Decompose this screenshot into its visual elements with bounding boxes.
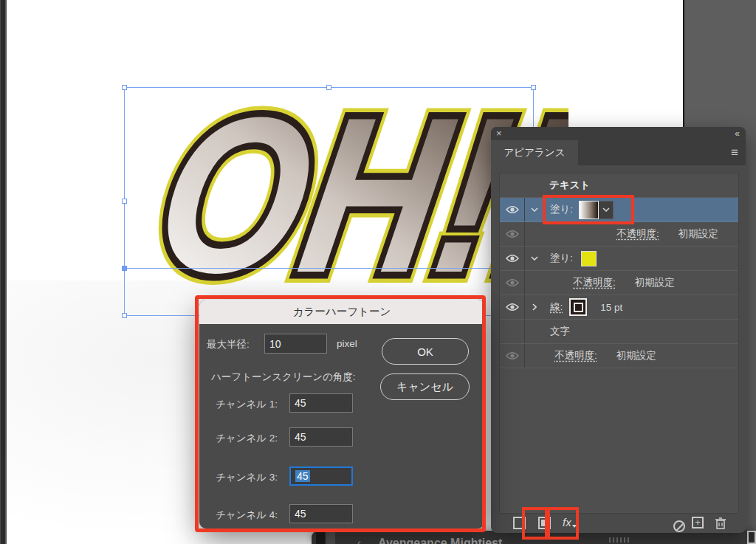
opacity-label[interactable]: 不透明度:: [573, 276, 616, 289]
eye-cell-empty: [500, 320, 524, 343]
cancel-button[interactable]: キャンセル: [380, 373, 470, 400]
channel-3-label: チャンネル 3:: [216, 471, 278, 484]
channel-2-label: チャンネル 2:: [216, 432, 278, 445]
selection-handle-bottom-left[interactable]: [122, 313, 127, 318]
visibility-eye-icon[interactable]: [500, 247, 524, 270]
left-dock-edge: [0, 0, 7, 544]
add-new-stroke-icon[interactable]: [513, 517, 526, 529]
channel-4-label: チャンネル 4:: [216, 509, 278, 522]
back-chevron-icon[interactable]: ‹: [357, 533, 361, 544]
swatch-dropdown-chevron-icon[interactable]: [599, 201, 614, 219]
appearance-list: テキスト 塗り:: [499, 173, 739, 514]
panel-drag-bar[interactable]: × «: [491, 127, 746, 140]
panel-bottom-bar: fx +: [499, 514, 739, 533]
panel-corner-fragment: [747, 531, 756, 544]
channel-2-input[interactable]: 45: [289, 427, 353, 447]
duplicate-item-icon[interactable]: +: [692, 517, 704, 528]
dialog-title-bar[interactable]: カラーハーフトーン: [199, 300, 484, 324]
font-bar-fragment-dark: [316, 532, 325, 544]
visibility-eye-icon[interactable]: [500, 198, 524, 221]
clear-appearance-icon[interactable]: [673, 520, 685, 532]
yellow-fill-swatch[interactable]: [581, 251, 597, 266]
ok-button[interactable]: OK: [382, 338, 469, 365]
characters-label[interactable]: 文字: [550, 325, 570, 338]
visibility-eye-icon-dim[interactable]: [500, 271, 524, 295]
close-icon[interactable]: ×: [496, 128, 502, 140]
appearance-row-fill-gradient[interactable]: 塗り:: [500, 198, 738, 222]
visibility-eye-icon-dim[interactable]: [500, 344, 524, 368]
screen-angles-heading: ハーフトーンスクリーンの角度:: [211, 371, 356, 384]
appearance-row-fill-yellow[interactable]: 塗り:: [500, 247, 738, 271]
channel-1-input[interactable]: 45: [289, 393, 353, 413]
stroke-label[interactable]: 線:: [550, 300, 563, 314]
max-radius-label: 最大半径:: [207, 338, 250, 351]
row-label: テキスト: [549, 179, 590, 192]
selection-handle-mid-left[interactable]: [122, 199, 127, 204]
appearance-panel: × « アピアランス ≡ テキスト: [491, 127, 746, 533]
chevron-down-icon[interactable]: [529, 256, 540, 261]
dialog-title: カラーハーフトーン: [293, 305, 391, 319]
tab-appearance-label: アピアランス: [504, 146, 566, 159]
selection-handle-top-right[interactable]: [531, 85, 536, 90]
stroke-weight-value: 15 pt: [600, 302, 622, 313]
chevron-right-icon[interactable]: [529, 303, 540, 311]
chevron-down-icon[interactable]: [529, 207, 540, 212]
max-radius-input[interactable]: 10: [264, 334, 327, 354]
font-bar-fragment-light: [326, 532, 335, 544]
opacity-value: 初期設定: [678, 227, 718, 241]
black-stroke-swatch[interactable]: [569, 298, 587, 316]
add-new-fill-icon[interactable]: [538, 517, 551, 529]
opacity-label[interactable]: 不透明度:: [616, 227, 659, 241]
gradient-fill-swatch[interactable]: [579, 201, 599, 219]
panel-menu-icon[interactable]: ≡: [731, 145, 738, 160]
pixel-unit-label: pixel: [337, 338, 357, 349]
panel-tab-row: アピアランス ≡: [491, 140, 746, 165]
delete-item-trash-icon[interactable]: [715, 517, 726, 532]
color-halftone-dialog: カラーハーフトーン 最大半径: 10 pixel OK ハーフトーンスクリーンの…: [199, 300, 484, 528]
selection-handle-top-center[interactable]: [326, 85, 331, 90]
appearance-row-characters[interactable]: 文字: [500, 320, 738, 344]
illustrator-workspace: OH!! OH!! // duplicate bound text into y…: [0, 0, 756, 544]
appearance-row-opacity[interactable]: 不透明度: 初期設定: [500, 271, 738, 295]
opacity-label[interactable]: 不透明度:: [554, 349, 597, 362]
text-baseline-indicator: [124, 268, 534, 269]
appearance-row-opacity[interactable]: 不透明度: 初期設定: [500, 222, 738, 247]
add-effect-fx-icon[interactable]: fx: [563, 516, 571, 528]
collapse-panel-icon[interactable]: «: [735, 128, 739, 140]
appearance-row-opacity[interactable]: 不透明度: 初期設定: [500, 344, 738, 368]
appearance-row-text-group[interactable]: テキスト: [500, 173, 738, 198]
baseline-anchor-handle[interactable]: [122, 266, 127, 271]
channel-1-label: チャンネル 1:: [216, 398, 278, 411]
channel-4-input[interactable]: 45: [289, 504, 353, 523]
scrollbar-grip[interactable]: [609, 537, 631, 543]
channel-3-input[interactable]: 45: [289, 466, 353, 486]
eye-cell-empty: [500, 173, 524, 197]
selection-handle-top-left[interactable]: [122, 85, 127, 90]
font-name-label[interactable]: Avengeance Mightiest: [378, 534, 502, 544]
opacity-value: 初期設定: [635, 276, 675, 289]
visibility-eye-icon[interactable]: [500, 295, 524, 319]
appearance-row-stroke[interactable]: 線: 15 pt: [500, 295, 738, 320]
tab-appearance[interactable]: アピアランス: [491, 140, 578, 165]
visibility-eye-icon-dim[interactable]: [500, 222, 524, 246]
opacity-value: 初期設定: [616, 349, 656, 362]
fill-label[interactable]: 塗り:: [550, 252, 573, 265]
fill-label[interactable]: 塗り:: [550, 203, 573, 216]
